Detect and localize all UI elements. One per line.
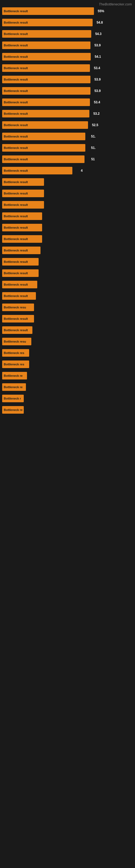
bar-value: 51. (91, 146, 96, 150)
bar-wrapper: Bottleneck result53.9 (2, 76, 133, 83)
bar: Bottleneck result (2, 235, 42, 243)
bar: Bottleneck result53.9 (2, 41, 90, 49)
bar: Bottleneck result55% (2, 7, 94, 15)
bar-wrapper: Bottleneck res (2, 361, 133, 368)
bar: Bottleneck result (2, 292, 36, 300)
list-item: Bottleneck result (2, 258, 133, 268)
bar-wrapper: Bottleneck result51 (2, 155, 133, 163)
list-item: Bottleneck result52.5 (2, 121, 133, 131)
bar: Bottleneck result (2, 178, 44, 186)
bar-label: Bottleneck result (4, 169, 28, 172)
bar-label: Bottleneck result (4, 146, 28, 150)
bar-wrapper: Bottleneck result53.9 (2, 87, 133, 95)
list-item: Bottleneck re (2, 372, 133, 382)
bar-wrapper: Bottleneck result51. (2, 133, 133, 140)
list-item: Bottleneck result (2, 190, 133, 199)
bar: Bottleneck result51 (2, 155, 85, 163)
list-item: Bottleneck result (2, 269, 133, 279)
bar: Bottleneck result (2, 326, 32, 334)
bar-wrapper: Bottleneck result (2, 178, 133, 186)
list-item: Bottleneck result (2, 224, 133, 234)
list-item: Bottleneck resu (2, 338, 133, 347)
bar-value: 54.1 (95, 55, 101, 59)
bar: Bottleneck result (2, 190, 44, 197)
bar: Bottleneck result53.2 (2, 110, 89, 118)
bar-wrapper: Bottleneck result53.4 (2, 98, 133, 106)
bar-wrapper: Bottleneck re (2, 372, 133, 379)
bar: Bottleneck result (2, 212, 42, 220)
bar-value: 53.4 (94, 66, 100, 70)
bar-wrapper: Bottleneck result53.4 (2, 64, 133, 72)
bar-value: 54.3 (95, 32, 101, 36)
bar-label: Bottleneck r (4, 397, 21, 400)
bar: Bottleneck result53.9 (2, 76, 90, 83)
bar-chart: Bottleneck result55%Bottleneck result54.… (0, 7, 135, 417)
list-item: Bottleneck result (2, 201, 133, 211)
bar: Bottleneck result (2, 247, 41, 254)
bar: Bottleneck resu (2, 304, 34, 311)
bar-label: Bottleneck result (4, 249, 28, 252)
bar-label: Bottleneck re (4, 385, 23, 389)
bar-label: Bottleneck res (4, 363, 24, 366)
bar-label: Bottleneck result (4, 55, 28, 58)
bar-wrapper: Bottleneck result55% (2, 7, 133, 15)
bar: Bottleneck result54.1 (2, 53, 91, 61)
bar-wrapper: Bottleneck resu (2, 338, 133, 345)
bar-wrapper: Bottleneck r (2, 395, 133, 402)
bar-wrapper: Bottleneck result54.3 (2, 30, 133, 38)
bar: Bottleneck result54.3 (2, 30, 91, 38)
bar-wrapper: Bottleneck re (2, 383, 133, 391)
list-item: Bottleneck result53.9 (2, 87, 133, 97)
list-item: Bottleneck result4 (2, 167, 133, 177)
bar-wrapper: Bottleneck res (2, 349, 133, 357)
bar-label: Bottleneck result (4, 237, 28, 241)
list-item: Bottleneck re (2, 406, 133, 416)
bar-wrapper: Bottleneck result (2, 258, 133, 266)
bar-value: 51 (91, 157, 95, 161)
bar: Bottleneck resu (2, 338, 31, 345)
bar-value: 53.9 (94, 89, 101, 93)
bar-wrapper: Bottleneck result (2, 247, 133, 254)
list-item: Bottleneck result53.4 (2, 98, 133, 108)
bar-wrapper: Bottleneck result (2, 292, 133, 300)
list-item: Bottleneck result54.1 (2, 53, 133, 63)
bar-value: 55% (98, 9, 104, 13)
bar-label: Bottleneck result (4, 317, 28, 320)
bar-label: Bottleneck result (4, 44, 28, 47)
bar-wrapper: Bottleneck result (2, 224, 133, 231)
bar-label: Bottleneck re (4, 374, 23, 377)
bar-label: Bottleneck resu (4, 306, 26, 309)
bar-wrapper: Bottleneck result53.9 (2, 41, 133, 49)
bar-label: Bottleneck result (4, 112, 28, 115)
bar: Bottleneck result54.8 (2, 19, 93, 26)
bar: Bottleneck result (2, 224, 42, 231)
bar-label: Bottleneck result (4, 21, 28, 24)
bar-label: Bottleneck result (4, 135, 28, 138)
list-item: Bottleneck result53.4 (2, 64, 133, 74)
list-item: Bottleneck result51. (2, 133, 133, 143)
list-item: Bottleneck result51. (2, 144, 133, 154)
bar: Bottleneck r (2, 395, 24, 402)
bar-label: Bottleneck result (4, 32, 28, 35)
bar-value: 53.4 (94, 100, 100, 104)
bar: Bottleneck result4 (2, 167, 72, 175)
bar-label: Bottleneck result (4, 101, 28, 104)
bar: Bottleneck result53.4 (2, 64, 90, 72)
bar-label: Bottleneck result (4, 180, 28, 184)
list-item: Bottleneck result53.2 (2, 110, 133, 120)
bar-wrapper: Bottleneck result54.1 (2, 53, 133, 61)
bar-label: Bottleneck result (4, 89, 28, 93)
bar-wrapper: Bottleneck result (2, 212, 133, 220)
list-item: Bottleneck result51 (2, 155, 133, 165)
list-item: Bottleneck result (2, 281, 133, 290)
bar-label: Bottleneck result (4, 158, 28, 161)
list-item: Bottleneck re (2, 383, 133, 393)
bar-label: Bottleneck result (4, 123, 28, 127)
bar-value: 52.5 (92, 123, 98, 127)
list-item: Bottleneck result54.8 (2, 19, 133, 29)
bar-label: Bottleneck result (4, 78, 28, 81)
list-item: Bottleneck res (2, 361, 133, 370)
list-item: Bottleneck result (2, 178, 133, 188)
list-item: Bottleneck result (2, 315, 133, 325)
bar-wrapper: Bottleneck result4 (2, 167, 133, 175)
